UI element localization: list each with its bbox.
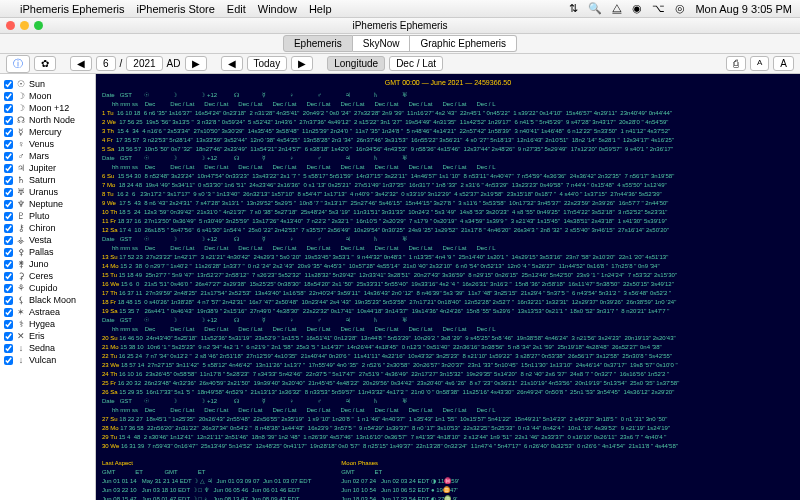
dropbox-icon[interactable]: ⇅ [569,2,578,15]
body-checkbox[interactable] [4,200,13,209]
body-checkbox[interactable] [4,128,13,137]
body-label: Moon +12 [29,103,69,113]
menu-help[interactable]: Help [309,3,332,15]
sidebar-item-juno[interactable]: ⚵Juno [2,258,93,270]
sidebar-item-jupiter[interactable]: ♃Jupiter [2,162,93,174]
body-symbol-icon: ☽ [16,91,26,101]
sidebar-item-ceres[interactable]: ⚳Ceres [2,270,93,282]
body-label: Mercury [29,127,62,137]
ephemeris-row: 5 Sa 18 56 57 10n5 '50" 0s7 '32" 18n27'4… [102,145,794,154]
body-checkbox[interactable] [4,320,13,329]
sidebar-item-vulcan[interactable]: ↓Vulcan [2,354,93,366]
clock[interactable]: Mon Aug 9 3:05 PM [695,3,792,15]
ephemeris-row: 29 Tu 15 4 48 2 s30'46" 1n12'41" 12n21'1… [102,433,794,442]
body-checkbox[interactable] [4,248,13,257]
info-button[interactable]: ⓘ [6,55,30,73]
sidebar-item-hygea[interactable]: ⚕Hygea [2,318,93,330]
body-checkbox[interactable] [4,80,13,89]
next-month-button[interactable]: ▶ [185,56,207,71]
body-label: Astraea [29,307,60,317]
body-checkbox[interactable] [4,344,13,353]
close-icon[interactable] [6,21,15,30]
app-menu[interactable]: iPhemeris Ephemeris [20,3,125,15]
body-checkbox[interactable] [4,188,13,197]
body-checkbox[interactable] [4,116,13,125]
body-checkbox[interactable] [4,284,13,293]
body-symbol-icon: ♆ [16,199,26,209]
body-checkbox[interactable] [4,296,13,305]
body-checkbox[interactable] [4,272,13,281]
sidebar-item-eris[interactable]: ✕Eris [2,330,93,342]
text-larger-button[interactable]: A [773,56,794,71]
body-checkbox[interactable] [4,260,13,269]
sidebar-item-neptune[interactable]: ♆Neptune [2,198,93,210]
year-field[interactable]: 2021 [126,56,162,71]
body-checkbox[interactable] [4,236,13,245]
body-checkbox[interactable] [4,212,13,221]
sidebar-item-black-moon[interactable]: ⚸Black Moon [2,294,93,306]
spotlight-icon[interactable]: 🔍 [588,2,602,15]
month-field[interactable]: 6 [96,56,116,71]
body-checkbox[interactable] [4,104,13,113]
sidebar-item-cupido[interactable]: ⚘Cupido [2,282,93,294]
macos-menubar: iPhemeris Ephemeris iPhemeris Store Edit… [0,0,800,18]
body-checkbox[interactable] [4,140,13,149]
column-symbols: Date GST ☉ ☽ ☽ +12 ☊ ☿ ♀ ♂ ♃ ♄ ♅ [102,397,794,406]
last-aspect-section-title: Last Aspect [102,459,311,468]
today-prev-button[interactable]: ◀ [221,56,243,71]
ephemeris-row: 17 Th 16 37 11 27n39'59" 2n48'25" 21s17'… [102,289,794,298]
menu-edit[interactable]: Edit [227,3,246,15]
body-symbol-icon: ✕ [16,331,26,341]
body-label: Vulcan [29,355,56,365]
sidebar-item-uranus[interactable]: ♅Uranus [2,186,93,198]
zoom-icon[interactable] [34,21,43,30]
mode-longitude[interactable]: Longitude [327,56,385,71]
toolbar: ⓘ ✿ ◀ 6 / 2021 AD ▶ ◀ Today ▶ Longitude … [0,54,800,74]
sidebar-item-pluto[interactable]: ♇Pluto [2,210,93,222]
sidebar-item-moon[interactable]: ☽Moon [2,90,93,102]
today-next-button[interactable]: ▶ [291,56,313,71]
siri-icon[interactable]: ◎ [675,2,685,15]
sidebar-item-mercury[interactable]: ☿Mercury [2,126,93,138]
settings-button[interactable]: ✿ [34,56,56,71]
sidebar-item-vesta[interactable]: ⚶Vesta [2,234,93,246]
sidebar-item-north-node[interactable]: ☊North Node [2,114,93,126]
traffic-lights[interactable] [6,21,43,30]
sidebar-item-astraea[interactable]: ✶Astraea [2,306,93,318]
sidebar-item-venus[interactable]: ♀Venus [2,138,93,150]
sidebar-item-sun[interactable]: ☉Sun [2,78,93,90]
body-checkbox[interactable] [4,152,13,161]
wifi-signal-icon[interactable]: ◉ [632,2,642,15]
sidebar-item-saturn[interactable]: ♄Saturn [2,174,93,186]
menu-window[interactable]: Window [258,3,297,15]
mode-dec-lat[interactable]: Dec / Lat [389,56,443,71]
minimize-icon[interactable] [20,21,29,30]
ephemeris-row: 28 Mo 17 36 58 22n56'20" 2n31'22" 26s37'… [102,424,794,433]
body-checkbox[interactable] [4,308,13,317]
column-sublabels: hh mm ss Dec Dec / Lat Dec / Lat Dec / L… [102,325,794,334]
sidebar-item-moon-12[interactable]: ☽Moon +12 [2,102,93,114]
moon-phases-section: Moon PhasesGMT ETJun 02 07 24 Jun 02 03 … [341,459,585,500]
sidebar-item-sedna[interactable]: ↓Sedna [2,342,93,354]
body-checkbox[interactable] [4,356,13,365]
control-center-icon[interactable]: ⌥ [652,2,665,15]
body-checkbox[interactable] [4,176,13,185]
ephemeris-row: 15 Tu 15 18 49 25n27'7 " 5n9 '47" 13n52'… [102,271,794,280]
sidebar-item-chiron[interactable]: ⚷Chiron [2,222,93,234]
tab-skynow[interactable]: SkyNow [353,35,411,52]
print-button[interactable]: ⎙ [726,56,746,71]
tab-ephemeris[interactable]: Ephemeris [283,35,353,52]
today-button[interactable]: Today [247,56,288,71]
wifi-icon[interactable]: ⧋ [612,2,622,15]
sidebar-item-mars[interactable]: ♂Mars [2,150,93,162]
tab-graphic-ephemeris[interactable]: Graphic Ephemeris [410,35,517,52]
body-checkbox[interactable] [4,332,13,341]
prev-month-button[interactable]: ◀ [70,56,92,71]
body-checkbox[interactable] [4,92,13,101]
body-checkbox[interactable] [4,164,13,173]
sidebar-item-pallas[interactable]: ⚴Pallas [2,246,93,258]
text-smaller-button[interactable]: A [750,56,769,71]
body-checkbox[interactable] [4,224,13,233]
menu-store[interactable]: iPhemeris Store [137,3,215,15]
column-symbols: Date GST ☉ ☽ ☽ +12 ☊ ☿ ♀ ♂ ♃ ♄ ♅ [102,316,794,325]
